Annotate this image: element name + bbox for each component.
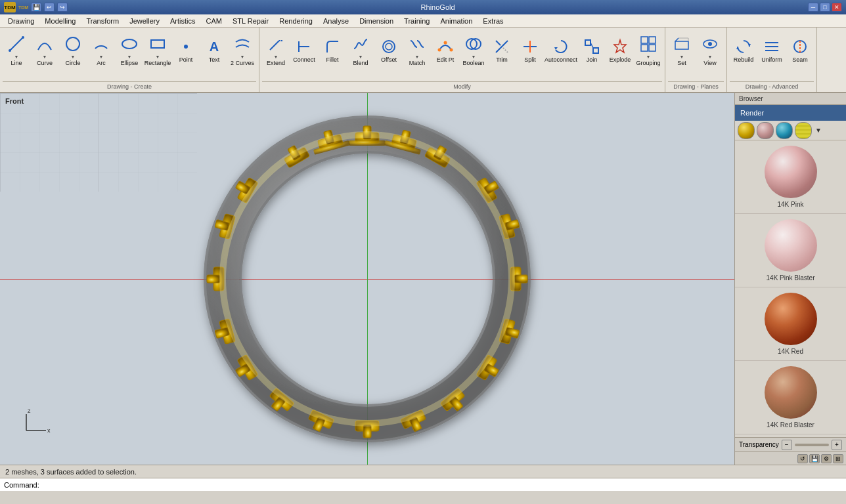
panel-expand-btn[interactable]: ⊞ (833, 454, 843, 463)
command-input[interactable] (42, 481, 842, 489)
maximize-btn[interactable]: □ (820, 3, 830, 12)
tool-seam[interactable]: Seam (786, 32, 814, 70)
menu-drawing[interactable]: Drawing (3, 16, 39, 26)
viewport[interactable]: Front (0, 93, 734, 465)
logo-text: TDM (4, 5, 15, 10)
right-panel: Browser Render ▼ 14K Pink (734, 93, 846, 465)
material-list[interactable]: 14K Pink 14K Pink Blaster 14K Red 14K Re… (735, 140, 846, 437)
svg-line-21 (496, 41, 501, 45)
tool-fillet[interactable]: Fillet (319, 32, 346, 70)
tool-rebuild[interactable]: Rebuild (730, 32, 757, 70)
menu-modelling[interactable]: Modelling (39, 16, 81, 26)
svg-rect-33 (649, 45, 656, 51)
transparency-minus[interactable]: − (782, 440, 792, 450)
trim-icon (493, 37, 511, 56)
teal-material-btn[interactable] (776, 122, 793, 139)
render-tools-dropdown[interactable]: ▼ (814, 123, 823, 138)
panel-refresh-btn[interactable]: ↺ (797, 454, 808, 463)
tool-ellipse[interactable]: ▼ Ellipse (116, 32, 143, 70)
render-tools: ▼ (735, 121, 846, 140)
quick-redo-btn[interactable]: ↪ (57, 3, 68, 12)
svg-rect-48 (0, 93, 197, 192)
menu-cam[interactable]: CAM (201, 16, 227, 26)
material-14k-pink[interactable]: 14K Pink (735, 140, 846, 214)
uniform-icon (763, 37, 781, 56)
stripe-material-btn[interactable] (795, 122, 812, 139)
tool-point[interactable]: Point (172, 32, 200, 70)
svg-point-15 (438, 49, 441, 52)
tool-line[interactable]: ▼ Line (3, 32, 30, 70)
tool-circle[interactable]: ▼ Circle (59, 32, 87, 70)
pink-material-btn[interactable] (757, 122, 774, 139)
menu-extras[interactable]: Extras (478, 16, 508, 26)
seam-label: Seam (792, 57, 808, 64)
svg-point-39 (708, 42, 712, 46)
tool-blend[interactable]: ▼ Blend (347, 32, 374, 70)
menu-transform[interactable]: Transform (81, 16, 124, 26)
menu-animation[interactable]: Animation (435, 16, 478, 26)
tool-explode[interactable]: Explode (606, 32, 634, 70)
line-icon (7, 35, 26, 53)
svg-rect-31 (649, 37, 656, 43)
ellipse-icon (120, 35, 139, 53)
tool-uniform[interactable]: Uniform (758, 32, 786, 70)
svg-point-1 (9, 49, 11, 52)
autoconnect-icon (552, 37, 570, 56)
tool-arc[interactable]: ▼ Arc (87, 32, 115, 70)
tool-split[interactable]: Split (516, 32, 544, 70)
explode-icon (611, 37, 629, 56)
transparency-plus[interactable]: + (832, 440, 842, 450)
svg-marker-29 (614, 40, 626, 52)
tool-2curves[interactable]: ▼ 2 Curves (229, 32, 256, 70)
material-14k-red-blaster[interactable]: 14K Red Blaster (735, 361, 846, 434)
advanced-buttons: Rebuild Uniform (730, 29, 814, 80)
blend-icon (351, 35, 370, 53)
tool-curve[interactable]: ▼ Curve (31, 32, 58, 70)
14k-pink-label: 14K Pink (777, 201, 803, 208)
join-label: Join (587, 57, 598, 64)
tool-autoconnect[interactable]: Autoconnect (545, 32, 577, 70)
transparency-bar: Transparency − + (735, 437, 846, 452)
material-14k-red[interactable]: 14K Red (735, 287, 846, 361)
14k-red-label: 14K Red (778, 348, 803, 355)
toolbar-section-drawing-planes: ▼ Set ▼ View Drawing - Planes (665, 28, 727, 92)
rectangle-label: Rectangle (145, 60, 171, 67)
panel-settings-btn[interactable]: ⚙ (821, 454, 832, 463)
svg-rect-86 (207, 275, 220, 283)
menu-stl-repair[interactable]: STL Repair (227, 16, 274, 26)
material-14k-pink-blaster[interactable]: 14K Pink Blaster (735, 214, 846, 287)
gold-material-btn[interactable] (738, 122, 755, 139)
quick-save-btn[interactable]: 💾 (31, 3, 41, 12)
menu-analyse[interactable]: Analyse (318, 16, 354, 26)
menu-dimension[interactable]: Dimension (354, 16, 399, 26)
tool-text[interactable]: A Text (200, 32, 228, 70)
svg-point-6 (184, 45, 188, 49)
menu-training[interactable]: Training (399, 16, 435, 26)
tool-boolean[interactable]: ▼ Boolean (460, 32, 487, 70)
quick-undo-btn[interactable]: ↩ (44, 3, 55, 12)
panel-save-btn[interactable]: 💾 (809, 454, 820, 463)
tool-join[interactable]: Join (578, 32, 606, 70)
menu-artistics[interactable]: Artistics (165, 16, 201, 26)
14k-pink-sphere (765, 146, 817, 198)
tool-extend[interactable]: ▼ Extend (262, 32, 290, 70)
rebuild-label: Rebuild (734, 57, 754, 64)
tool-editpt[interactable]: Edit Pt (432, 32, 459, 70)
menu-rendering[interactable]: Rendering (274, 16, 318, 26)
transparency-slider[interactable] (795, 444, 829, 446)
tool-set[interactable]: ▼ Set (668, 32, 696, 70)
svg-line-0 (10, 37, 23, 51)
minimize-btn[interactable]: ─ (808, 3, 818, 12)
tool-offset[interactable]: Offset (375, 32, 403, 70)
tool-connect[interactable]: Connect (290, 32, 318, 70)
tool-rectangle[interactable]: ▼ Rectangle (144, 32, 171, 70)
ellipse-label: Ellipse (121, 60, 139, 67)
toolbar-section-modify: ▼ Extend Connect Fillet ▼ Blend (259, 28, 665, 92)
tool-grouping[interactable]: ▼ Grouping (634, 32, 662, 70)
toolbar-area: ▼ Line ▼ Curve ▼ Circle (0, 28, 846, 93)
close-btn[interactable]: ✕ (832, 3, 842, 12)
tool-view[interactable]: ▼ View (696, 32, 724, 70)
tool-trim[interactable]: Trim (488, 32, 516, 70)
tool-match[interactable]: ▼ Match (403, 32, 431, 70)
menu-jewellery[interactable]: Jewellery (124, 16, 165, 26)
